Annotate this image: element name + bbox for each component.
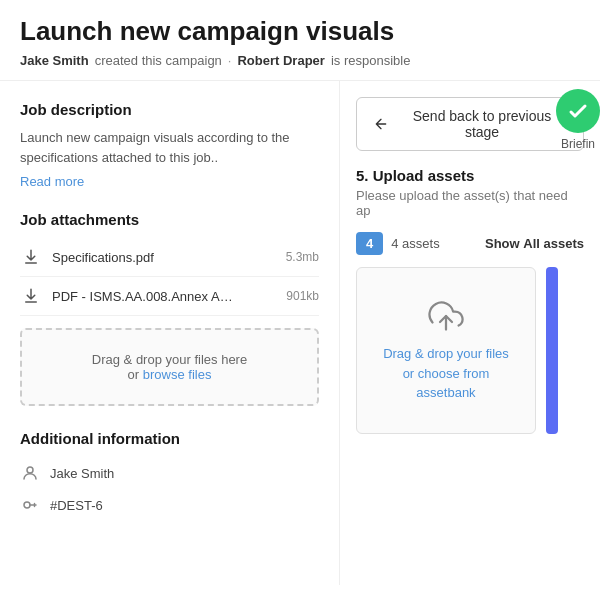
asset-drop-zone[interactable]: Drag & drop your files or choose from as… xyxy=(356,267,536,434)
show-prefix: Show xyxy=(485,236,520,251)
job-description-section: Job description Launch new campaign visu… xyxy=(20,101,319,189)
creator-name: Jake Smith xyxy=(20,53,89,68)
attachment-name: PDF - ISMS.AA.008.Annex A… xyxy=(52,289,278,304)
responsible-name: Robert Draper xyxy=(237,53,324,68)
asset-drop-or: or xyxy=(403,366,415,381)
show-all-assets-button[interactable]: Show All assets xyxy=(485,236,584,251)
show-all-bold: All assets xyxy=(523,236,584,251)
browse-link[interactable]: browse files xyxy=(143,367,212,382)
green-check-icon xyxy=(556,89,600,133)
attachment-item[interactable]: PDF - ISMS.AA.008.Annex A… 901kb xyxy=(20,277,319,316)
page-header: Launch new campaign visuals Jake Smith c… xyxy=(0,0,600,81)
download-icon xyxy=(20,246,42,268)
asset-card-placeholder xyxy=(546,267,558,434)
assets-toolbar: 4 4 assets Show All assets xyxy=(356,232,584,255)
upload-section-title: 5. Upload assets xyxy=(356,167,584,184)
file-drop-zone[interactable]: Drag & drop your files here or browse fi… xyxy=(20,328,319,406)
responsible-suffix: is responsible xyxy=(331,53,411,68)
drop-zone-main: Drag & drop your files here xyxy=(92,352,247,367)
assets-area: Drag & drop your files or choose from as… xyxy=(356,267,584,434)
asset-drop-choose-link[interactable]: choose from assetbank xyxy=(416,366,489,401)
main-content: Job description Launch new campaign visu… xyxy=(0,81,600,585)
show-all-bold-text: All assets xyxy=(523,236,584,251)
user-icon xyxy=(20,463,40,483)
user-name: Jake Smith xyxy=(50,466,114,481)
svg-point-0 xyxy=(27,467,33,473)
asset-drop-text: Drag & drop your files or choose from as… xyxy=(377,344,515,403)
read-more-link[interactable]: Read more xyxy=(20,174,84,189)
asset-drop-main: Drag & drop your files xyxy=(383,346,509,361)
attachment-size: 5.3mb xyxy=(286,250,319,264)
assets-count-label: 4 assets xyxy=(391,236,439,251)
key-icon xyxy=(20,495,40,515)
job-description-text: Launch new campaign visuals according to… xyxy=(20,128,319,167)
campaign-title: Launch new campaign visuals xyxy=(20,16,580,47)
briefin-badge: Briefin xyxy=(556,89,600,151)
job-attachments-section: Job attachments Specifications.pdf 5.3mb xyxy=(20,211,319,406)
user-info-item: Jake Smith xyxy=(20,457,319,489)
creator-action: created this campaign xyxy=(95,53,222,68)
key-info-item: #DEST-6 xyxy=(20,489,319,521)
meta-separator: · xyxy=(228,53,232,68)
briefin-label: Briefin xyxy=(561,137,595,151)
svg-point-1 xyxy=(24,502,30,508)
drop-zone-text: Drag & drop your files here or browse fi… xyxy=(38,352,301,382)
additional-info-title: Additional information xyxy=(20,430,319,447)
additional-info-section: Additional information Jake Smith xyxy=(20,430,319,521)
send-back-label: Send back to previous stage xyxy=(397,108,567,140)
upload-section-desc: Please upload the asset(s) that need ap xyxy=(356,188,584,218)
arrow-left-icon xyxy=(373,116,389,132)
upload-assets-section: 5. Upload assets Please upload the asset… xyxy=(340,167,600,434)
attachment-item[interactable]: Specifications.pdf 5.3mb xyxy=(20,238,319,277)
assets-count-badge: 4 xyxy=(356,232,383,255)
drop-zone-or: or xyxy=(128,367,140,382)
attachment-name: Specifications.pdf xyxy=(52,250,278,265)
send-back-button[interactable]: Send back to previous stage xyxy=(356,97,584,151)
right-panel: Send back to previous stage Briefin 5. U… xyxy=(340,81,600,585)
download-icon xyxy=(20,285,42,307)
key-label: #DEST-6 xyxy=(50,498,103,513)
job-attachments-title: Job attachments xyxy=(20,211,319,228)
campaign-meta: Jake Smith created this campaign · Rober… xyxy=(20,53,580,68)
job-description-title: Job description xyxy=(20,101,319,118)
attachment-size: 901kb xyxy=(286,289,319,303)
right-top-area: Send back to previous stage Briefin xyxy=(340,81,600,167)
upload-cloud-icon xyxy=(377,298,515,334)
left-panel: Job description Launch new campaign visu… xyxy=(0,81,340,585)
